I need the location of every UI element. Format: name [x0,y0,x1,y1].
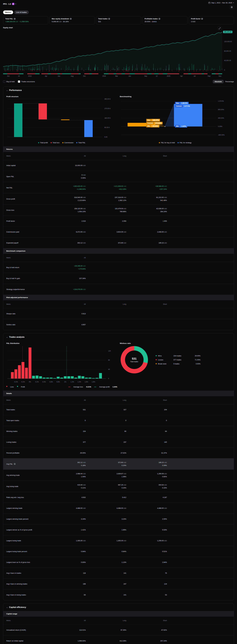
absolute-button[interactable]: Absolute [213,80,223,83]
value-text: 1,305.00 [117,540,123,542]
legend-item: Total loss [51,142,60,144]
svg-text:0.2%: 0.2% [35,381,39,383]
strip-segment [24,74,27,74]
value-text: 2,636.87 [117,473,123,475]
metric-value: 531 [45,409,86,410]
trades-excursions-checkbox[interactable]: ✓ Trades excursions [18,80,35,83]
strip-segment [84,74,89,74]
metric-label: Buy & hold return [3,266,45,268]
expand-chart-button[interactable] [218,26,221,30]
metric-value: 0.613 [45,313,86,315]
x-axis-tick: 2024 [102,75,106,77]
column-header: Short [126,303,167,305]
metric-label: Strategy outperformance [3,288,45,290]
profit-structure-chart[interactable]: Profit structure 360.00 K270.00 K180.00 … [6,94,117,146]
pnl-distribution-chart[interactable]: P&L Distribution 04080120-0.4%-0.2%0%0.2… [6,341,117,390]
info-icon[interactable]: i [108,18,110,20]
value-text: 0.84% [122,550,126,552]
legend-item: Commission [62,142,74,144]
percentage-button[interactable]: Percentage [225,81,234,82]
tab-list-of-trades[interactable]: List of trades [14,10,29,14]
metric-label-text: Expected payoff [6,242,18,244]
metric-value-cell: 2.055 [86,220,126,222]
legend-item: P&L for buy & hold [159,142,175,144]
metric-value: 116 [45,572,86,574]
stat-card-value: 2.015 [191,20,232,22]
value-text: 5.412 [122,496,126,498]
metric-label-text: Largest winning trade percent [6,518,28,520]
page-header: PF2 - 1.0 ▾ Sep 1, 2022 – Nov 30, 2025 ▾ [3,2,234,9]
column-header: Short [126,620,167,622]
metric-value-cell: 4.957 [45,324,86,326]
performance-section-header[interactable]: ⌄ Performance [3,86,234,94]
strategy-min-box: Min-1.62% [175,125,187,128]
trades-analysis-section-header[interactable]: ⌄ Trades analysis [3,333,234,341]
metric-label-text: Buy & hold return [6,266,19,268]
value-text: 5.53% [162,529,167,531]
metric-label-text: Avg losing trade [6,486,18,488]
strip-segment [138,74,140,74]
metric-value: 189.15USD [126,462,167,464]
svg-text:360.00 K: 360.00 K [104,98,111,100]
metric-value-cell: 318,540.00USD2,123.60% [45,196,86,201]
win-loss-donut[interactable]: 531 Total trades [121,346,148,374]
metric-label-text: Sharpe ratio [6,313,16,315]
metric-value: 158,115.00USD [45,208,86,210]
strip-segment [140,74,142,74]
svg-text:40: 40 [108,368,110,370]
buy-hold-checkbox[interactable]: Buy & hold [3,80,15,83]
metric-value-cell: 1,209.00USD [126,540,167,542]
capital-efficiency-section: ⌄ Capital efficiency Capital usageMetric… [3,604,234,644]
x-axis-tick: Jun [58,75,60,77]
average-value: 1.04% [113,386,117,388]
info-icon[interactable]: i [158,18,160,20]
svg-text:1.8%: 1.8% [92,381,95,383]
box-label: Current [146,122,154,124]
table-row: Largest loser as % of gross loss0.83%1.1… [3,557,234,568]
metric-value: 3,924.00USD [86,231,126,233]
buy-hold-stats-box: Min-21.03% [146,125,159,128]
metric-value: 124 [126,583,167,585]
table-row: Gross loss158,115.00USD1,054.10%115,479.… [3,204,234,216]
layout-columns-button[interactable] [229,5,234,9]
metric-value: 302.12USD [45,462,86,464]
metric-value: 1.13% [86,561,126,563]
strip-segment [64,74,68,74]
strip-segment [94,74,98,74]
metric-value: 140 [126,441,167,443]
metric-value: 115,479.00USD [86,208,126,210]
metric-label: Largest winner as % of gross profit [3,529,45,531]
metric-label-text: Initial capital [6,164,16,166]
stat-value-unit: USD [15,21,18,22]
value-unit: USD [164,508,167,509]
value-unit: USD [83,231,86,233]
dashed-line-icon: ••• [94,386,96,388]
column-header-metric: Metric [3,155,45,157]
info-icon[interactable]: i [70,18,72,20]
metric-value-cell: 83 [45,594,86,596]
capital-efficiency-section-header[interactable]: ⌄ Capital efficiency [3,604,234,611]
value-text: 189.15 [158,242,164,244]
tab-metrics[interactable]: Metrics [3,10,13,14]
benchmarking-chart[interactable]: Benchmarking 1.20 K%800.00%400.00%0.00%-… [120,94,231,146]
metric-value-cell: 81,222.00USD541.48% [126,196,167,201]
info-icon[interactable]: ? [14,463,16,465]
metric-value-cell: 2,068.44USD1.04% [45,473,86,478]
date-range-selector[interactable]: Sep 1, 2022 – Nov 30, 2025 ▾ [208,2,234,4]
legend-label: Total P&L [78,142,85,144]
info-icon[interactable]: i [201,18,203,20]
metric-value-cell: 487.25USD0.24% [86,484,126,489]
metric-value-cell: 257.24% [126,640,167,642]
strategy-chevron-down-icon[interactable]: ▾ [15,3,16,5]
value-text: 83 [84,594,86,596]
trades-analysis-section: ⌄ Trades analysis P&L Distribution 04080… [3,333,234,600]
strip-segment [183,74,188,74]
metric-label-text: Losing trades [6,441,16,443]
stat-value-text: 29.00% [145,20,150,22]
info-icon[interactable]: i [14,18,16,20]
histogram-averages: •••Average loss-0.21%•••Average profit1.… [68,386,117,388]
metric-label-text: Avg winning trade [6,474,20,476]
metric-value-cell: 3,924.00USD [86,231,126,233]
metric-value-cell: 204 [126,409,167,410]
equity-chart[interactable]: 160,425.00120,000.0080,000.0040,000.000 [3,29,234,73]
